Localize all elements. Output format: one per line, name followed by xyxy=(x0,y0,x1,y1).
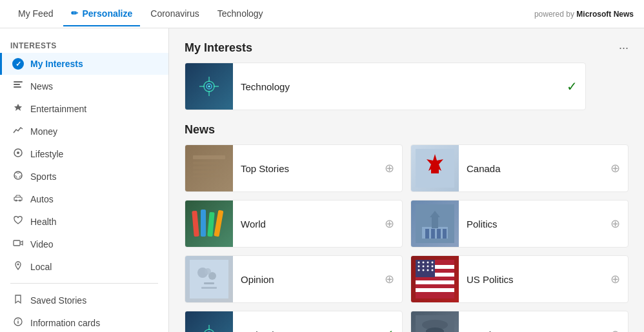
svg-point-6 xyxy=(14,171,22,179)
svg-rect-40 xyxy=(437,229,441,239)
svg-point-64 xyxy=(427,269,429,271)
nav-technology[interactable]: Technology xyxy=(210,2,271,26)
sidebar-item-my-interests[interactable]: ✓ My Interests xyxy=(0,53,168,75)
nav-personalize[interactable]: ✏ Personalize xyxy=(63,2,140,26)
news-card-opinion[interactable]: Opinion ⊕ xyxy=(185,255,403,303)
card-add-top-stories[interactable]: ⊕ xyxy=(377,161,402,175)
card-label-canada: Canada xyxy=(459,163,603,174)
svg-rect-51 xyxy=(416,280,454,284)
svg-rect-46 xyxy=(204,282,214,284)
nav-coronavirus[interactable]: Coronavirus xyxy=(143,2,206,26)
news-card-canada[interactable]: Canada ⊕ xyxy=(410,144,629,192)
thumb-weather xyxy=(411,311,459,332)
sidebar-item-local[interactable]: Local xyxy=(0,255,168,278)
interests-label: Interests xyxy=(0,34,168,53)
news-title: News xyxy=(185,123,215,137)
svg-rect-23 xyxy=(193,162,219,164)
svg-point-59 xyxy=(423,266,425,268)
svg-rect-26 xyxy=(193,175,220,177)
svg-rect-25 xyxy=(193,171,216,173)
sidebar-item-autos[interactable]: Autos xyxy=(0,188,168,210)
svg-point-54 xyxy=(418,262,420,264)
money-icon xyxy=(12,125,24,137)
card-label-top-stories: Top Stories xyxy=(233,163,377,174)
content-area: My Interests ··· xyxy=(169,28,644,332)
sidebar-item-video[interactable]: Video xyxy=(0,233,168,255)
svg-rect-24 xyxy=(193,166,222,169)
svg-rect-36 xyxy=(432,217,438,228)
svg-point-57 xyxy=(432,262,434,264)
card-label-technology: Technology xyxy=(233,81,559,92)
svg-rect-22 xyxy=(193,155,225,159)
check-circle-icon: ✓ xyxy=(12,58,24,70)
news-row-3: Opinion ⊕ xyxy=(185,255,629,303)
news-row-1: Top Stories ⊕ Ca xyxy=(185,144,629,192)
news-card-top-stories[interactable]: Top Stories ⊕ xyxy=(185,144,403,192)
powered-by: powered by Microsoft News xyxy=(534,10,634,19)
news-card-weather[interactable]: Weather ⊕ xyxy=(410,311,629,332)
news-grid: Top Stories ⊕ Ca xyxy=(185,144,629,332)
svg-point-56 xyxy=(427,262,429,264)
card-add-politics[interactable]: ⊕ xyxy=(603,217,628,231)
autos-icon xyxy=(12,193,24,205)
svg-rect-2 xyxy=(14,86,21,88)
news-card-us-politics[interactable]: US Politics ⊕ xyxy=(410,255,629,303)
sidebar-item-information-cards[interactable]: Information cards xyxy=(0,311,168,332)
svg-point-61 xyxy=(432,266,434,268)
top-navigation: My Feed ✏ Personalize Coronavirus Techno… xyxy=(0,0,644,28)
svg-point-55 xyxy=(423,262,425,264)
thumb-technology xyxy=(185,63,233,110)
svg-rect-30 xyxy=(192,211,199,237)
svg-rect-52 xyxy=(416,288,454,292)
news-card-politics[interactable]: Politics ⊕ xyxy=(410,200,629,248)
svg-rect-33 xyxy=(214,210,223,237)
svg-point-45 xyxy=(205,268,211,275)
svg-point-11 xyxy=(17,264,19,266)
pencil-icon: ✏ xyxy=(71,8,78,18)
card-add-us-politics[interactable]: ⊕ xyxy=(603,272,628,286)
thumb-technology-news xyxy=(185,311,233,332)
svg-rect-29 xyxy=(431,167,439,173)
svg-rect-38 xyxy=(425,229,429,239)
svg-point-9 xyxy=(19,200,21,202)
svg-rect-32 xyxy=(207,212,214,237)
card-add-world[interactable]: ⊕ xyxy=(377,217,402,231)
nav-items: My Feed ✏ Personalize Coronavirus Techno… xyxy=(10,2,271,26)
card-label-technology-news: Technology xyxy=(233,329,376,333)
svg-point-14 xyxy=(17,319,19,320)
sidebar: Interests ✓ My Interests News xyxy=(0,28,169,332)
svg-rect-31 xyxy=(201,210,206,237)
card-label-politics: Politics xyxy=(459,219,603,229)
sidebar-item-saved-stories[interactable]: Saved Stories xyxy=(0,289,168,311)
health-icon xyxy=(12,215,24,228)
svg-point-65 xyxy=(432,269,434,271)
card-label-weather: Weather xyxy=(459,329,603,333)
sidebar-item-news[interactable]: News xyxy=(0,75,168,97)
card-label-world: World xyxy=(233,219,377,229)
thumb-us-politics xyxy=(411,255,459,303)
news-card-technology[interactable]: Technology ✓ xyxy=(185,311,403,332)
card-add-opinion[interactable]: ⊕ xyxy=(377,272,402,286)
sidebar-item-entertainment[interactable]: Entertainment xyxy=(0,97,168,120)
interest-card-technology[interactable]: Technology ✓ xyxy=(185,63,586,110)
svg-rect-47 xyxy=(201,287,217,289)
my-interests-more-button[interactable]: ··· xyxy=(619,41,629,55)
sidebar-item-health[interactable]: Health xyxy=(0,210,168,233)
sidebar-item-money[interactable]: Money xyxy=(0,120,168,142)
svg-rect-39 xyxy=(431,229,435,239)
news-card-world[interactable]: World ⊕ xyxy=(185,200,403,248)
card-added-icon[interactable]: ✓ xyxy=(559,79,585,94)
nav-my-feed[interactable]: My Feed xyxy=(10,2,61,26)
card-label-us-politics: US Politics xyxy=(459,274,603,285)
card-added-technology-news[interactable]: ✓ xyxy=(376,327,402,332)
sidebar-item-lifestyle[interactable]: Lifestyle xyxy=(0,142,168,165)
news-section-header: News xyxy=(185,123,629,137)
sidebar-item-sports[interactable]: Sports xyxy=(0,165,168,188)
card-add-canada[interactable]: ⊕ xyxy=(603,161,628,175)
svg-point-63 xyxy=(423,269,425,271)
main-layout: Interests ✓ My Interests News xyxy=(0,28,644,332)
card-add-weather[interactable]: ⊕ xyxy=(603,327,628,332)
thumb-opinion xyxy=(185,255,233,303)
sports-icon xyxy=(12,170,24,182)
news-icon xyxy=(12,80,24,92)
